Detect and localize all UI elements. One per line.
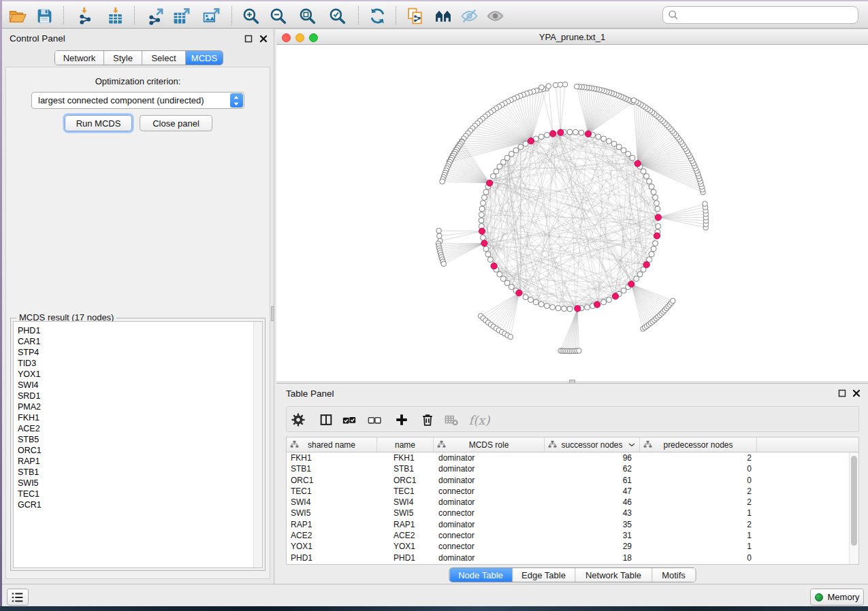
export-network-button[interactable] xyxy=(143,3,167,28)
table-cell: 62 xyxy=(545,463,640,474)
table-cell: PHD1 xyxy=(287,552,377,563)
table-cell: 18 xyxy=(545,552,640,563)
import-network-button[interactable] xyxy=(73,3,97,28)
column-header-shared-name[interactable]: shared name xyxy=(287,437,377,452)
table-row[interactable]: ACE2ACE2connector311 xyxy=(287,530,849,541)
tab-node-table[interactable]: Node Table xyxy=(449,568,513,582)
table-cell: 2 xyxy=(640,497,757,508)
table-panel-float-button[interactable] xyxy=(837,389,847,398)
tab-mcds[interactable]: MCDS xyxy=(186,51,223,65)
refresh-button[interactable] xyxy=(365,3,389,28)
table-row[interactable]: YOX1YOX1connector291 xyxy=(287,541,849,552)
table-cell: 96 xyxy=(545,452,640,463)
table-cell: 1 xyxy=(640,530,757,541)
zoom-fit-icon xyxy=(298,7,317,25)
zoom-fit-button[interactable] xyxy=(295,3,319,28)
table-cell: FKH1 xyxy=(287,452,377,463)
export-image-button[interactable] xyxy=(199,3,223,28)
mcds-result-scrollbar[interactable] xyxy=(253,322,262,567)
network-window-titlebar[interactable]: YPA_prune.txt_1 xyxy=(276,29,868,45)
zoom-in-button[interactable] xyxy=(238,3,263,28)
wallpaper-bottom-strip xyxy=(0,606,868,611)
table-panel-close-button[interactable] xyxy=(852,389,861,398)
control-panel-float-button[interactable] xyxy=(244,34,253,44)
table-scrollbar-thumb[interactable] xyxy=(851,456,857,546)
result-node-item[interactable]: RAP1 xyxy=(14,456,262,467)
table-cell: YOX1 xyxy=(287,541,377,552)
result-node-item[interactable]: SWI5 xyxy=(14,478,262,489)
hide-selected-button[interactable] xyxy=(457,3,481,28)
table-row[interactable]: ORC1ORC1dominator610 xyxy=(287,475,849,486)
hide-selected-icon xyxy=(460,7,479,25)
result-node-item[interactable]: PMA2 xyxy=(14,401,262,412)
toolbar-separator xyxy=(396,6,396,24)
tab-edge-table[interactable]: Edge Table xyxy=(513,568,575,582)
table-row[interactable]: TEC1TEC1connector472 xyxy=(287,486,849,497)
table-row[interactable]: SWI5SWI5connector431 xyxy=(287,508,849,518)
table-panel: Table Panel f(x) shared namenameMCDS rol… xyxy=(276,383,868,584)
control-panel-close-button[interactable] xyxy=(259,34,268,44)
result-node-item[interactable]: STB5 xyxy=(14,434,262,445)
column-header-successor-nodes[interactable]: successor nodes xyxy=(545,437,640,452)
export-table-icon xyxy=(172,7,191,25)
result-node-item[interactable]: STB1 xyxy=(14,467,262,478)
table-row[interactable]: PHD1PHD1dominator180 xyxy=(287,552,849,563)
result-node-item[interactable]: ACE2 xyxy=(14,423,262,434)
mcds-result-group: MCDS result (17 nodes) PHD1CAR1STP4TID3Y… xyxy=(10,318,266,571)
new-network-from-selection-button[interactable] xyxy=(403,3,428,28)
add-button[interactable] xyxy=(391,410,412,430)
show-panels-menu-button[interactable] xyxy=(7,589,29,606)
tree-icon xyxy=(437,440,446,449)
mcds-result-list[interactable]: PHD1CAR1STP4TID3YOX1SWI4SRD1PMA2FKH1ACE2… xyxy=(13,321,263,568)
table-cell: connector xyxy=(434,508,545,518)
zoom-out-button[interactable] xyxy=(266,3,290,28)
result-node-item[interactable]: TEC1 xyxy=(14,489,262,499)
result-node-item[interactable]: ORC1 xyxy=(14,445,262,456)
vertical-splitter-handle[interactable] xyxy=(271,306,274,321)
import-table-button[interactable] xyxy=(103,3,127,28)
save-icon xyxy=(35,7,54,25)
columns-button[interactable] xyxy=(316,410,336,430)
export-table-button[interactable] xyxy=(169,3,193,28)
result-node-item[interactable]: SWI4 xyxy=(14,380,262,391)
zoom-selected-button[interactable] xyxy=(325,3,349,28)
first-neighbors-button[interactable] xyxy=(431,3,455,28)
result-node-item[interactable]: GCR1 xyxy=(14,499,262,510)
table-row[interactable]: FKH1FKH1dominator962 xyxy=(287,452,849,463)
result-node-item[interactable]: CAR1 xyxy=(14,336,262,347)
criterion-select[interactable]: largest connected component (undirected) xyxy=(31,92,244,109)
tab-select[interactable]: Select xyxy=(142,51,186,65)
deselect-all-button[interactable] xyxy=(364,410,385,430)
result-node-item[interactable]: FKH1 xyxy=(14,412,262,423)
search-text-field[interactable] xyxy=(682,8,858,22)
column-header-predecessor-nodes[interactable]: predecessor nodes xyxy=(640,437,757,452)
result-node-item[interactable]: YOX1 xyxy=(14,369,262,380)
tab-style[interactable]: Style xyxy=(104,51,142,65)
table-row[interactable]: RAP1RAP1dominator352 xyxy=(287,519,849,530)
result-node-item[interactable]: STP4 xyxy=(14,347,262,358)
settings-button[interactable] xyxy=(288,410,308,430)
save-button[interactable] xyxy=(32,3,57,28)
result-node-item[interactable]: TID3 xyxy=(14,358,262,369)
result-node-item[interactable]: PHD1 xyxy=(14,325,262,336)
wallpaper-left-strip xyxy=(0,0,2,611)
table-row[interactable]: SWI4SWI4dominator462 xyxy=(287,497,849,508)
network-canvas[interactable] xyxy=(276,45,868,381)
close-panel-button[interactable]: Close panel xyxy=(140,115,212,131)
run-mcds-button[interactable]: Run MCDS xyxy=(65,115,132,131)
zoom-out-icon xyxy=(269,7,287,25)
select-all-button[interactable] xyxy=(339,410,359,430)
table-scrollbar[interactable] xyxy=(849,452,858,564)
tab-motifs[interactable]: Motifs xyxy=(652,568,695,582)
column-header-mcds-role[interactable]: MCDS role xyxy=(434,437,545,452)
open-button[interactable] xyxy=(5,3,29,28)
tab-network-table[interactable]: Network Table xyxy=(575,568,652,582)
search-input[interactable] xyxy=(662,6,858,24)
memory-button[interactable]: Memory xyxy=(810,589,864,606)
tab-network[interactable]: Network xyxy=(55,51,104,65)
result-node-item[interactable]: SRD1 xyxy=(14,391,262,401)
column-header-name[interactable]: name xyxy=(377,437,434,452)
table-row[interactable]: STB1STB1dominator620 xyxy=(287,463,849,474)
delete-button[interactable] xyxy=(417,410,438,430)
show-all-button[interactable] xyxy=(483,3,507,28)
